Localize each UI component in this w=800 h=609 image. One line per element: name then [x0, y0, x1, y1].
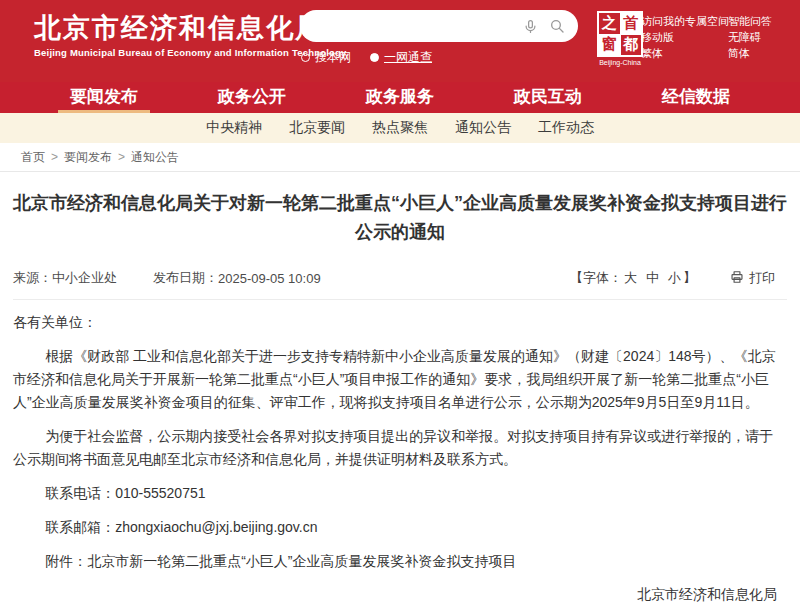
- nav-item[interactable]: 经信数据: [650, 82, 742, 113]
- magnifier-icon[interactable]: [549, 18, 565, 34]
- quick-link[interactable]: 智能问答: [728, 13, 772, 29]
- nav-item[interactable]: 政务公开: [206, 82, 298, 113]
- radio-icon: [301, 53, 310, 62]
- article-body: 各有关单位： 根据《财政部 工业和信息化部关于进一步支持专精特新中小企业高质量发…: [13, 300, 787, 573]
- radio-icon: [370, 53, 379, 62]
- paragraph: 联系电话：010-55520751: [13, 482, 787, 505]
- logo-char: 窗: [599, 35, 620, 56]
- signature-block: 北京市经济和信息化局 2025年9月5日: [13, 586, 787, 609]
- font-size-button[interactable]: 大: [624, 269, 637, 287]
- nav-item[interactable]: 要闻发布: [58, 82, 150, 113]
- quick-link[interactable]: 繁体: [641, 45, 729, 61]
- subnav-item[interactable]: 工作动态: [538, 119, 594, 137]
- signature-org: 北京市经济和信息化局: [13, 586, 777, 604]
- article: 北京市经济和信息化局关于对新一轮第二批重点“小巨人”企业高质量发展奖补资金拟支持…: [0, 189, 800, 609]
- breadcrumb-label: 通知公告: [131, 149, 179, 166]
- meta-left: 来源： 中小企业处 发布日期： 2025-09-05 10:09: [13, 269, 321, 287]
- font-size-button[interactable]: 中: [646, 269, 659, 287]
- quick-links-column-2: 智能问答无障碍简体: [728, 13, 772, 61]
- paragraph: 为便于社会监督，公示期内接受社会各界对拟支持项目提出的异议和举报。对拟支持项目持…: [13, 425, 787, 471]
- search-scope-label: 搜本网: [315, 49, 351, 66]
- subnav-item[interactable]: 通知公告: [455, 119, 511, 137]
- paragraph: 附件：北京市新一轮第二批重点“小巨人”企业高质量发展奖补资金拟支持项目: [13, 550, 787, 573]
- breadcrumb-label: 要闻发布: [64, 149, 112, 166]
- subnav-item[interactable]: 热点聚焦: [372, 119, 428, 137]
- quick-links-column-1: 访问我的专属空间移动版繁体: [641, 13, 729, 61]
- paragraph: 联系邮箱：zhongxiaochu@jxj.beijing.gov.cn: [13, 516, 787, 539]
- publish-date-label: 发布日期：: [153, 269, 218, 287]
- printer-icon: [730, 270, 744, 287]
- quick-link[interactable]: 访问我的专属空间: [641, 13, 729, 29]
- nav-item[interactable]: 政务服务: [354, 82, 446, 113]
- paragraph: 根据《财政部 工业和信息化部关于进一步支持专精特新中小企业高质量发展的通知》（财…: [13, 345, 787, 414]
- subnav-item[interactable]: 中央精神: [206, 119, 262, 137]
- font-size-bracket-open: 【字体：: [570, 269, 622, 287]
- print-label: 打印: [749, 269, 775, 287]
- breadcrumb-label: 首页: [21, 149, 45, 166]
- font-size-button[interactable]: 小: [668, 269, 681, 287]
- nav-item[interactable]: 政民互动: [502, 82, 594, 113]
- breadcrumb-separator: >: [51, 150, 58, 164]
- capital-window-grid: 之首窗都: [597, 11, 643, 57]
- article-meta: 来源： 中小企业处 发布日期： 2025-09-05 10:09 【字体： 大中…: [13, 263, 787, 300]
- salutation: 各有关单位：: [13, 311, 787, 334]
- search-scope-radio[interactable]: 搜本网: [301, 49, 351, 66]
- source-value: 中小企业处: [52, 269, 117, 287]
- breadcrumb-item[interactable]: > 通知公告: [112, 149, 179, 166]
- publish-date-value: 2025-09-05 10:09: [218, 271, 321, 286]
- logo-char: 之: [599, 13, 620, 34]
- sub-nav: 中央精神北京要闻热点聚焦通知公告工作动态: [0, 113, 800, 143]
- search-scope-radio[interactable]: 一网通查: [370, 49, 432, 66]
- logo-caption: Beijing-China: [597, 59, 643, 66]
- quick-link[interactable]: 移动版: [641, 29, 729, 45]
- capital-window-logo[interactable]: 之首窗都 Beijing-China: [597, 11, 643, 66]
- site-header: 北京市经济和信息化局 Beijing Municipal Bureau of E…: [0, 0, 800, 82]
- main-nav: 要闻发布政务公开政务服务政民互动经信数据: [0, 82, 800, 113]
- search-scope-label: 一网通查: [384, 49, 432, 66]
- page-title: 北京市经济和信息化局关于对新一轮第二批重点“小巨人”企业高质量发展奖补资金拟支持…: [13, 189, 787, 247]
- breadcrumb-item[interactable]: 首页: [9, 149, 45, 166]
- quick-link[interactable]: 简体: [728, 45, 772, 61]
- search-scope-options: 搜本网 一网通查: [301, 49, 432, 66]
- print-button[interactable]: 打印: [730, 269, 775, 287]
- search-box: [300, 10, 578, 42]
- search-input[interactable]: [313, 19, 512, 34]
- breadcrumb-separator: >: [118, 150, 125, 164]
- font-size-bracket-close: 】: [683, 269, 696, 287]
- site-logo-link[interactable]: 北京市经济和信息化局 Beijing Municipal Bureau of E…: [34, 12, 347, 58]
- breadcrumb: 首页 > 要闻发布 > 通知公告: [0, 143, 800, 172]
- font-size-controls: 大中小: [624, 269, 681, 287]
- microphone-icon[interactable]: [523, 19, 538, 34]
- meta-right: 【字体： 大中小 】 打印: [570, 269, 787, 287]
- subnav-item[interactable]: 北京要闻: [289, 119, 345, 137]
- site-subtitle: Beijing Municipal Bureau of Economy and …: [34, 47, 347, 58]
- paragraph-list: 根据《财政部 工业和信息化部关于进一步支持专精特新中小企业高质量发展的通知》（财…: [13, 345, 787, 573]
- logo-char: 首: [621, 13, 642, 34]
- logo-char: 都: [621, 35, 642, 56]
- quick-link[interactable]: 无障碍: [728, 29, 772, 45]
- breadcrumb-item[interactable]: > 要闻发布: [45, 149, 112, 166]
- source-label: 来源：: [13, 269, 52, 287]
